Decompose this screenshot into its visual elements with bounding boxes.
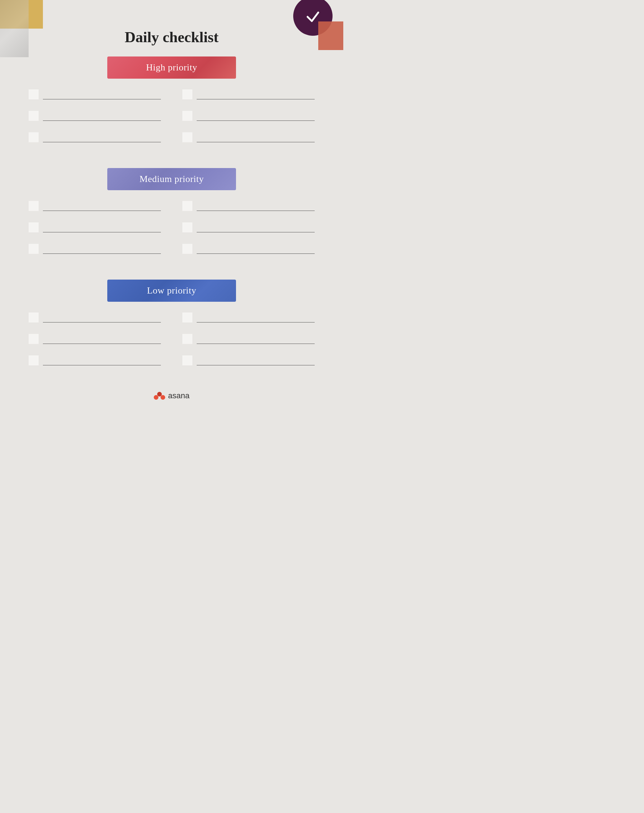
list-item [182, 355, 315, 367]
asana-dots-icon [154, 392, 165, 400]
checkbox[interactable] [182, 355, 192, 365]
checkbox[interactable] [182, 334, 192, 344]
line [43, 322, 161, 323]
checkbox[interactable] [29, 222, 38, 233]
page: Daily checklist High priority [0, 0, 343, 429]
list-item [182, 89, 315, 101]
list-item [29, 312, 161, 324]
list-item [182, 312, 315, 324]
photo-texture-decoration [0, 0, 29, 57]
checkbox[interactable] [29, 132, 38, 142]
list-item [29, 244, 161, 255]
list-item [29, 334, 161, 345]
line [197, 365, 315, 365]
line [43, 99, 161, 100]
high-priority-label: High priority [107, 57, 236, 79]
line [197, 121, 315, 121]
asana-brand-name: asana [168, 391, 190, 400]
page-title: Daily checklist [21, 29, 322, 46]
list-item [182, 334, 315, 345]
checkbox[interactable] [182, 111, 192, 121]
list-item [182, 244, 315, 255]
list-item [29, 89, 161, 101]
line [197, 344, 315, 344]
asana-logo: asana [154, 391, 190, 400]
checkbox[interactable] [29, 334, 38, 344]
list-item [182, 201, 315, 212]
line [43, 365, 161, 365]
checkbox[interactable] [29, 111, 38, 121]
list-item [29, 111, 161, 122]
list-item [29, 132, 161, 144]
line [197, 232, 315, 233]
line [43, 344, 161, 344]
checkbox[interactable] [182, 222, 192, 233]
medium-priority-label: Medium priority [107, 168, 236, 190]
asana-dot-right [161, 395, 165, 400]
list-item [29, 201, 161, 212]
line [197, 322, 315, 323]
list-item [182, 222, 315, 234]
low-priority-label: Low priority [107, 280, 236, 302]
checkbox[interactable] [182, 132, 192, 142]
low-priority-grid [29, 312, 315, 377]
list-item [29, 355, 161, 367]
line [43, 121, 161, 121]
line [197, 99, 315, 100]
checkbox[interactable] [29, 312, 38, 323]
checkbox[interactable] [29, 244, 38, 254]
list-item [182, 132, 315, 144]
list-item [182, 111, 315, 122]
line [43, 211, 161, 211]
checkbox[interactable] [182, 312, 192, 323]
asana-dot-left [154, 395, 158, 400]
footer: asana [21, 391, 322, 407]
checkbox[interactable] [29, 355, 38, 365]
checkbox[interactable] [182, 244, 192, 254]
checkbox[interactable] [29, 201, 38, 211]
checkbox[interactable] [29, 89, 38, 100]
list-item [29, 222, 161, 234]
low-priority-section: Low priority [21, 280, 322, 377]
line [43, 142, 161, 142]
checkbox[interactable] [182, 201, 192, 211]
high-priority-section: High priority [21, 57, 322, 154]
coral-rectangle-decoration [318, 21, 343, 50]
medium-priority-grid [29, 201, 315, 265]
medium-priority-section: Medium priority [21, 168, 322, 265]
line [197, 211, 315, 211]
high-priority-grid [29, 89, 315, 154]
line [43, 232, 161, 233]
checkbox[interactable] [182, 89, 192, 100]
line [197, 142, 315, 142]
